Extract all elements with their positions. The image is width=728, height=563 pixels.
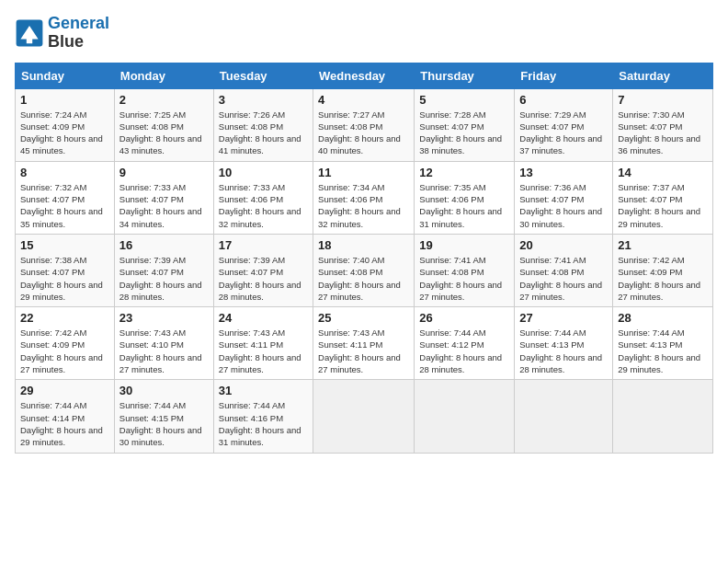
calendar-day-13: 13 Sunrise: 7:36 AM Sunset: 4:07 PM Dayl…: [515, 161, 613, 234]
calendar-day-17: 17 Sunrise: 7:39 AM Sunset: 4:07 PM Dayl…: [213, 234, 313, 306]
day-info: Sunrise: 7:44 AM Sunset: 4:16 PM Dayligh…: [219, 399, 308, 448]
empty-cell: [313, 380, 415, 453]
sunrise-label: Sunrise: 7:43 AM: [119, 327, 186, 338]
calendar-week-1: 1 Sunrise: 7:24 AM Sunset: 4:09 PM Dayli…: [16, 88, 713, 161]
sunset-label: Sunset: 4:08 PM: [119, 121, 184, 132]
calendar-day-2: 2 Sunrise: 7:25 AM Sunset: 4:08 PM Dayli…: [114, 88, 213, 161]
day-number: 16: [119, 238, 209, 252]
daylight-label: Daylight: 8 hours and 27 minutes.: [318, 280, 401, 302]
daylight-label: Daylight: 8 hours and 29 minutes.: [20, 425, 103, 447]
calendar-day-14: 14 Sunrise: 7:37 AM Sunset: 4:07 PM Dayl…: [613, 161, 713, 234]
sunset-label: Sunset: 4:06 PM: [318, 194, 382, 204]
calendar-day-23: 23 Sunrise: 7:43 AM Sunset: 4:10 PM Dayl…: [114, 307, 213, 380]
sunrise-label: Sunrise: 7:44 AM: [119, 400, 186, 410]
calendar-container: General Blue SundayMondayTuesdayWednesda…: [0, 0, 728, 463]
sunset-label: Sunset: 4:08 PM: [318, 121, 382, 132]
daylight-label: Daylight: 8 hours and 29 minutes.: [20, 280, 103, 302]
calendar-day-18: 18 Sunrise: 7:40 AM Sunset: 4:08 PM Dayl…: [313, 234, 415, 306]
day-info: Sunrise: 7:43 AM Sunset: 4:11 PM Dayligh…: [318, 327, 409, 375]
sunset-label: Sunset: 4:15 PM: [119, 413, 184, 423]
day-number: 10: [219, 166, 308, 179]
daylight-label: Daylight: 8 hours and 28 minutes.: [219, 280, 301, 302]
weekday-header-monday: Monday: [114, 63, 213, 88]
daylight-label: Daylight: 8 hours and 27 minutes.: [618, 280, 700, 302]
calendar-day-28: 28 Sunrise: 7:44 AM Sunset: 4:13 PM Dayl…: [613, 307, 713, 380]
day-number: 31: [219, 384, 308, 397]
weekday-header-sunday: Sunday: [16, 63, 115, 88]
calendar-day-26: 26 Sunrise: 7:44 AM Sunset: 4:12 PM Dayl…: [415, 307, 515, 380]
daylight-label: Daylight: 8 hours and 29 minutes.: [618, 206, 700, 228]
sunset-label: Sunset: 4:08 PM: [318, 267, 382, 277]
calendar-day-5: 5 Sunrise: 7:28 AM Sunset: 4:07 PM Dayli…: [415, 88, 515, 161]
day-number: 13: [519, 166, 608, 179]
sunset-label: Sunset: 4:07 PM: [20, 194, 85, 204]
sunrise-label: Sunrise: 7:42 AM: [20, 327, 86, 338]
day-info: Sunrise: 7:38 AM Sunset: 4:07 PM Dayligh…: [20, 254, 109, 303]
sunset-label: Sunset: 4:07 PM: [219, 267, 283, 277]
daylight-label: Daylight: 8 hours and 27 minutes.: [20, 352, 103, 374]
day-info: Sunrise: 7:42 AM Sunset: 4:09 PM Dayligh…: [20, 327, 109, 375]
day-number: 25: [318, 311, 409, 325]
sunrise-label: Sunrise: 7:30 AM: [618, 109, 684, 120]
calendar-day-25: 25 Sunrise: 7:43 AM Sunset: 4:11 PM Dayl…: [313, 307, 415, 380]
sunset-label: Sunset: 4:06 PM: [219, 194, 283, 204]
sunset-label: Sunset: 4:09 PM: [618, 267, 682, 277]
sunrise-label: Sunrise: 7:41 AM: [519, 255, 586, 265]
sunrise-label: Sunrise: 7:39 AM: [219, 255, 285, 265]
day-number: 21: [618, 238, 708, 252]
weekday-header-thursday: Thursday: [415, 63, 515, 88]
daylight-label: Daylight: 8 hours and 30 minutes.: [119, 425, 202, 447]
empty-cell: [415, 380, 515, 453]
day-info: Sunrise: 7:39 AM Sunset: 4:07 PM Dayligh…: [219, 254, 308, 303]
calendar-week-2: 8 Sunrise: 7:32 AM Sunset: 4:07 PM Dayli…: [16, 161, 713, 234]
calendar-day-10: 10 Sunrise: 7:33 AM Sunset: 4:06 PM Dayl…: [213, 161, 313, 234]
sunset-label: Sunset: 4:09 PM: [20, 339, 85, 350]
sunrise-label: Sunrise: 7:28 AM: [419, 109, 485, 120]
day-number: 19: [419, 238, 509, 252]
daylight-label: Daylight: 8 hours and 28 minutes.: [119, 280, 202, 302]
calendar-table: SundayMondayTuesdayWednesdayThursdayFrid…: [15, 63, 713, 454]
calendar-day-3: 3 Sunrise: 7:26 AM Sunset: 4:08 PM Dayli…: [213, 88, 313, 161]
sunrise-label: Sunrise: 7:44 AM: [419, 327, 485, 338]
sunset-label: Sunset: 4:16 PM: [219, 413, 283, 423]
sunset-label: Sunset: 4:13 PM: [519, 339, 584, 350]
calendar-day-15: 15 Sunrise: 7:38 AM Sunset: 4:07 PM Dayl…: [16, 234, 115, 306]
daylight-label: Daylight: 8 hours and 27 minutes.: [119, 352, 202, 374]
sunrise-label: Sunrise: 7:25 AM: [119, 109, 186, 120]
day-info: Sunrise: 7:30 AM Sunset: 4:07 PM Dayligh…: [618, 109, 708, 157]
calendar-day-12: 12 Sunrise: 7:35 AM Sunset: 4:06 PM Dayl…: [415, 161, 515, 234]
day-info: Sunrise: 7:34 AM Sunset: 4:06 PM Dayligh…: [318, 181, 409, 230]
day-number: 9: [119, 166, 209, 179]
daylight-label: Daylight: 8 hours and 34 minutes.: [119, 206, 202, 228]
calendar-day-9: 9 Sunrise: 7:33 AM Sunset: 4:07 PM Dayli…: [114, 161, 213, 234]
day-number: 15: [20, 238, 109, 252]
sunset-label: Sunset: 4:07 PM: [20, 267, 85, 277]
day-info: Sunrise: 7:40 AM Sunset: 4:08 PM Dayligh…: [318, 254, 409, 303]
sunset-label: Sunset: 4:13 PM: [618, 339, 682, 350]
calendar-day-16: 16 Sunrise: 7:39 AM Sunset: 4:07 PM Dayl…: [114, 234, 213, 306]
weekday-header-wednesday: Wednesday: [313, 63, 415, 88]
daylight-label: Daylight: 8 hours and 27 minutes.: [318, 352, 401, 374]
weekday-header-tuesday: Tuesday: [213, 63, 313, 88]
day-info: Sunrise: 7:43 AM Sunset: 4:11 PM Dayligh…: [219, 327, 308, 375]
calendar-day-8: 8 Sunrise: 7:32 AM Sunset: 4:07 PM Dayli…: [16, 161, 115, 234]
day-info: Sunrise: 7:39 AM Sunset: 4:07 PM Dayligh…: [119, 254, 209, 303]
day-number: 14: [618, 166, 708, 179]
sunset-label: Sunset: 4:09 PM: [20, 121, 85, 132]
sunset-label: Sunset: 4:12 PM: [419, 339, 483, 350]
calendar-day-29: 29 Sunrise: 7:44 AM Sunset: 4:14 PM Dayl…: [16, 380, 115, 453]
sunset-label: Sunset: 4:07 PM: [618, 194, 682, 204]
sunrise-label: Sunrise: 7:44 AM: [219, 400, 285, 410]
sunset-label: Sunset: 4:07 PM: [119, 194, 184, 204]
day-info: Sunrise: 7:44 AM Sunset: 4:13 PM Dayligh…: [618, 327, 708, 375]
day-number: 18: [318, 238, 409, 252]
day-number: 27: [519, 311, 608, 325]
calendar-day-24: 24 Sunrise: 7:43 AM Sunset: 4:11 PM Dayl…: [213, 307, 313, 380]
sunrise-label: Sunrise: 7:40 AM: [318, 255, 384, 265]
daylight-label: Daylight: 8 hours and 32 minutes.: [318, 206, 401, 228]
daylight-label: Daylight: 8 hours and 40 minutes.: [318, 133, 401, 155]
day-number: 17: [219, 238, 308, 252]
sunrise-label: Sunrise: 7:44 AM: [519, 327, 586, 338]
day-info: Sunrise: 7:25 AM Sunset: 4:08 PM Dayligh…: [119, 109, 209, 157]
calendar-day-6: 6 Sunrise: 7:29 AM Sunset: 4:07 PM Dayli…: [515, 88, 613, 161]
